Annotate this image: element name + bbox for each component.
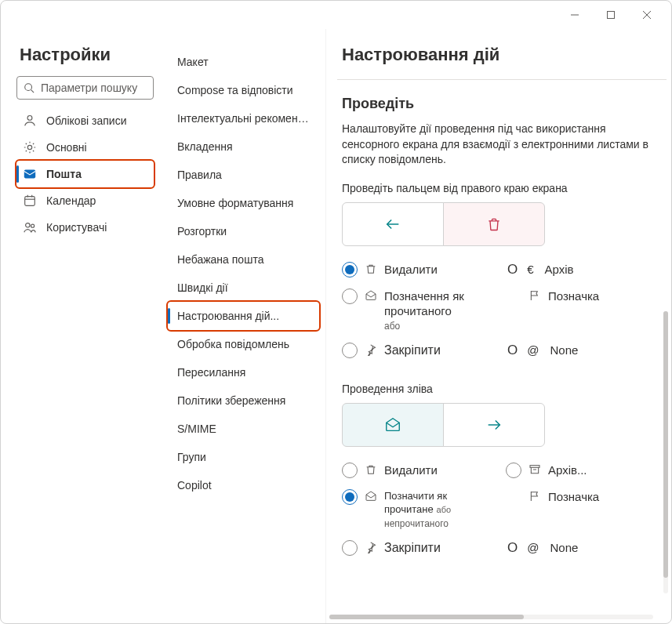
option-or: або xyxy=(437,505,452,514)
sub-item-rules[interactable]: Правила xyxy=(168,161,319,189)
minimize-button[interactable] xyxy=(557,2,593,27)
sub-item-handling[interactable]: Обробка повідомлень xyxy=(168,330,319,358)
option-pin[interactable]: Закріпити xyxy=(342,540,498,557)
sub-item-attachments[interactable]: Вкладення xyxy=(168,132,319,161)
mail-icon xyxy=(23,167,37,181)
option-label-wrap: Позначення як прочитаного або xyxy=(384,288,498,332)
sidebar-title: Настройки xyxy=(16,45,154,65)
sidebar-item-label: Облікові записи xyxy=(46,114,127,127)
mail-open-icon xyxy=(364,288,378,303)
mail-open-icon xyxy=(364,489,378,503)
option-label: Закріпити xyxy=(384,540,441,557)
option-mark-read[interactable]: Позначити як прочитане або непрочитаного xyxy=(342,489,498,530)
option-flag[interactable]: Позначка xyxy=(506,288,662,332)
option-label: Архів xyxy=(545,262,574,278)
option-label: None xyxy=(550,343,578,358)
section-description: Налаштовуйте дії проведення під час вико… xyxy=(342,122,662,168)
sub-item-smime[interactable]: S/MIME xyxy=(168,415,319,443)
arrow-right-icon xyxy=(485,416,503,434)
primary-sidebar: Настройки Параметри пошуку Облікові запи… xyxy=(1,29,162,623)
pin-icon xyxy=(364,343,378,357)
option-label: Архів... xyxy=(548,463,587,478)
option-pin[interactable]: Закріпити xyxy=(342,343,498,359)
people-icon xyxy=(23,220,37,234)
svg-rect-8 xyxy=(24,170,35,179)
at-icon: @ xyxy=(527,343,539,358)
sidebar-item-mail[interactable]: Пошта xyxy=(16,161,154,187)
pin-icon xyxy=(364,540,378,554)
sidebar-item-general[interactable]: Основні xyxy=(16,134,154,161)
svg-rect-9 xyxy=(25,197,35,206)
sub-item-customize-actions[interactable]: Настроювання дій... xyxy=(168,302,319,330)
radio-icon xyxy=(506,463,521,478)
sidebar-item-people[interactable]: Користувачі xyxy=(16,214,154,241)
option-label: Закріпити xyxy=(384,343,441,359)
search-placeholder: Параметри пошуку xyxy=(41,82,137,94)
option-label: Позначення як прочитаного xyxy=(384,289,464,318)
page-title: Настроювання дій xyxy=(342,45,662,65)
option-mark-read[interactable]: Позначення як прочитаного або xyxy=(342,288,498,332)
euro-icon: € xyxy=(527,262,533,278)
left-swipe-tile-read[interactable] xyxy=(342,403,444,447)
scrollbar-thumb[interactable] xyxy=(663,311,668,578)
svg-rect-1 xyxy=(608,12,615,19)
option-delete[interactable]: Видалити xyxy=(342,463,498,478)
search-input[interactable]: Параметри пошуку xyxy=(16,76,154,100)
sub-item-junk[interactable]: Небажана пошта xyxy=(168,245,319,274)
option-label: Видалити xyxy=(384,262,438,278)
option-archive[interactable]: Архів... xyxy=(506,463,662,478)
sidebar-item-calendar[interactable]: Календар xyxy=(16,187,154,214)
radio-icon xyxy=(342,463,358,478)
option-sublabel: або xyxy=(384,321,400,332)
option-label: Видалити xyxy=(384,463,438,478)
search-icon xyxy=(24,82,35,93)
titlebar xyxy=(1,1,671,29)
sub-item-sweep[interactable]: Розгортки xyxy=(168,217,319,245)
circle-icon: O xyxy=(507,540,518,556)
sidebar-item-accounts[interactable]: Облікові записи xyxy=(16,107,154,134)
option-label: Позначка xyxy=(548,489,599,505)
right-swipe-tile-delete[interactable] xyxy=(443,202,545,246)
sub-item-smart[interactable]: Інтелектуальні рекомендації xyxy=(168,104,319,132)
sub-item-copilot[interactable]: Copilot xyxy=(168,471,319,499)
sub-item-retention[interactable]: Політики збереження xyxy=(168,386,319,415)
sub-item-groups[interactable]: Групи xyxy=(168,443,319,471)
option-label-wrap: Позначити як прочитане або непрочитаного xyxy=(384,489,498,530)
trash-icon xyxy=(486,216,502,232)
sub-item-conditional[interactable]: Умовне форматування xyxy=(168,189,319,217)
sub-item-layout[interactable]: Макет xyxy=(168,48,319,76)
option-label: None xyxy=(550,540,578,556)
content-area: Настройки Параметри пошуку Облікові запи… xyxy=(1,29,671,623)
svg-point-4 xyxy=(25,84,32,91)
flag-icon xyxy=(528,288,542,303)
settings-window: Настройки Параметри пошуку Облікові запи… xyxy=(0,0,672,624)
sub-item-forwarding[interactable]: Пересилання xyxy=(168,358,319,386)
person-icon xyxy=(23,114,37,128)
calendar-icon xyxy=(23,194,37,208)
svg-point-7 xyxy=(27,145,31,149)
sidebar-item-label: Основні xyxy=(46,141,87,154)
sub-item-quick[interactable]: Швидкі дії xyxy=(168,274,319,302)
option-none[interactable]: O @ None xyxy=(506,343,662,359)
section-title: Проведіть xyxy=(342,96,662,112)
right-swipe-tile-back[interactable] xyxy=(342,202,444,246)
option-flag[interactable]: Позначка xyxy=(506,489,662,530)
vertical-scrollbar[interactable] xyxy=(663,311,668,593)
radio-icon xyxy=(342,343,358,358)
option-archive[interactable]: O € Архів xyxy=(506,262,662,278)
option-label: Позначка xyxy=(548,288,599,304)
main-panel: Настроювання дій Проведіть Налаштовуйте … xyxy=(326,29,671,623)
arrow-left-icon xyxy=(384,216,401,233)
close-button[interactable] xyxy=(629,2,665,27)
option-none[interactable]: O @ None xyxy=(506,540,662,557)
secondary-sidebar: Макет Compose та відповісти Інтелектуаль… xyxy=(162,29,326,623)
horizontal-scrollbar[interactable] xyxy=(329,615,653,619)
left-swipe-tile-forward[interactable] xyxy=(443,403,545,447)
right-swipe-label: Проведіть пальцем від правого краю екран… xyxy=(342,182,662,194)
maximize-button[interactable] xyxy=(593,2,629,27)
scrollbar-thumb[interactable] xyxy=(329,615,524,619)
radio-icon xyxy=(342,489,358,505)
svg-point-6 xyxy=(27,116,32,121)
option-delete[interactable]: Видалити xyxy=(342,262,498,278)
sub-item-compose[interactable]: Compose та відповісти xyxy=(168,76,319,104)
